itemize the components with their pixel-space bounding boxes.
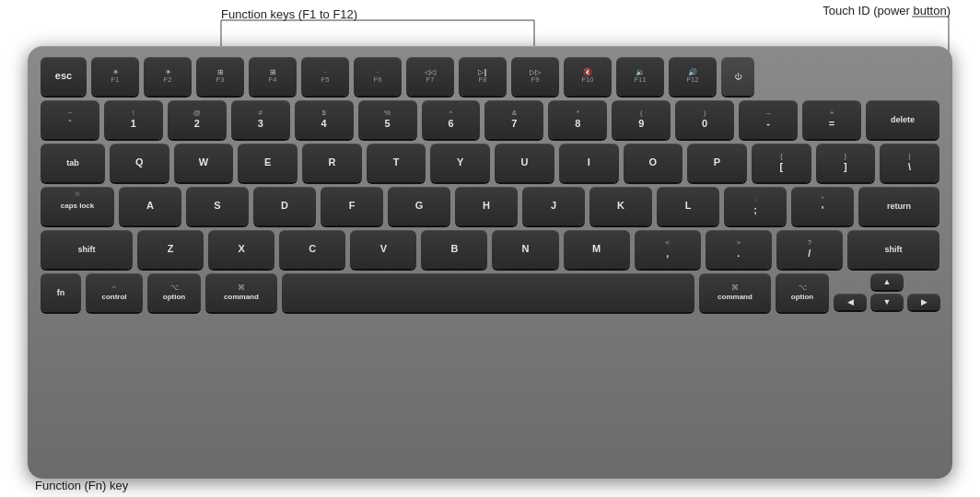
arrow-key-group: ▲ ◀ ▼ ▶ <box>834 273 939 312</box>
key-s[interactable]: S <box>186 187 249 225</box>
key-f3[interactable]: ⊞ F3 <box>196 57 244 96</box>
key-semicolon[interactable]: : ; <box>724 187 787 225</box>
touch-id-icon: ⏻ <box>734 73 741 81</box>
return-label: return <box>887 202 911 212</box>
key-bracket-close[interactable]: } ] <box>816 144 876 182</box>
key-backslash[interactable]: | \ <box>880 144 939 182</box>
key-r[interactable]: R <box>302 144 362 182</box>
key-e[interactable]: E <box>238 144 298 182</box>
key-v[interactable]: V <box>350 230 416 269</box>
shift-row: shift Z X C V B N M < , > . ? / shift <box>41 230 939 269</box>
key-f1[interactable]: ☀ F1 <box>91 57 139 96</box>
key-f7[interactable]: ◁◁ F7 <box>406 57 454 96</box>
number-row: ~ ` ! 1 @ 2 # 3 $ 4 % 5 <box>41 100 939 139</box>
key-g[interactable]: G <box>388 187 450 225</box>
key-f12[interactable]: 🔊 F12 <box>669 57 717 96</box>
key-shift-left[interactable]: shift <box>41 230 133 269</box>
key-bracket-open[interactable]: { [ <box>752 144 811 182</box>
key-f6[interactable]: · F6 <box>354 57 402 96</box>
key-control[interactable]: ^ control <box>86 273 143 312</box>
key-f10[interactable]: 🔇 F10 <box>564 57 612 96</box>
key-f8[interactable]: ▷‖ F8 <box>459 57 507 96</box>
key-3[interactable]: # 3 <box>231 100 290 139</box>
key-option-right[interactable]: ⌥ option <box>776 273 829 312</box>
key-quote[interactable]: " ' <box>791 187 854 225</box>
key-arrow-down[interactable]: ▼ <box>870 294 904 310</box>
arrow-right-icon: ▶ <box>921 297 928 306</box>
arrow-down-icon: ▼ <box>883 297 892 306</box>
arrow-left-icon: ◀ <box>847 297 854 306</box>
key-6[interactable]: ^ 6 <box>422 100 481 139</box>
key-f[interactable]: F <box>321 187 383 225</box>
key-command-right[interactable]: ⌘ command <box>699 273 771 312</box>
key-q[interactable]: Q <box>110 144 169 182</box>
key-arrow-up[interactable]: ▲ <box>870 273 904 290</box>
key-arrow-left[interactable]: ◀ <box>834 294 867 310</box>
key-b[interactable]: B <box>421 230 487 269</box>
key-u[interactable]: U <box>495 144 554 182</box>
key-caps-lock[interactable]: caps lock <box>41 187 114 225</box>
key-period[interactable]: > . <box>706 230 772 269</box>
key-f4[interactable]: ⊞ F4 <box>249 57 297 96</box>
tab-label: tab <box>66 158 79 168</box>
key-tab[interactable]: tab <box>41 144 105 182</box>
key-a[interactable]: A <box>119 187 181 225</box>
key-backtick[interactable]: ~ ` <box>41 100 99 139</box>
key-command-left[interactable]: ⌘ command <box>205 273 277 312</box>
key-o[interactable]: O <box>624 144 683 182</box>
key-2[interactable]: @ 2 <box>168 100 227 139</box>
key-minus[interactable]: – - <box>739 100 798 139</box>
key-t[interactable]: T <box>367 144 426 182</box>
key-p[interactable]: P <box>687 144 747 182</box>
key-f9[interactable]: ▷▷ F9 <box>511 57 559 96</box>
key-j[interactable]: J <box>522 187 585 225</box>
bottom-row: fn ^ control ⌥ option ⌘ command ⌘ comman… <box>41 273 939 312</box>
key-h[interactable]: H <box>455 187 518 225</box>
caps-row: caps lock A S D F G H J K L : ; " ' retu… <box>41 187 939 225</box>
key-comma[interactable]: < , <box>635 230 701 269</box>
key-return[interactable]: return <box>858 187 939 225</box>
shift-left-label: shift <box>78 245 96 255</box>
command-right-label: command <box>718 293 752 302</box>
key-7[interactable]: & 7 <box>484 100 543 139</box>
key-l[interactable]: L <box>657 187 719 225</box>
command-left-label: command <box>224 293 259 302</box>
key-n[interactable]: N <box>492 230 558 269</box>
key-m[interactable]: M <box>564 230 630 269</box>
key-equals[interactable]: + = <box>802 100 861 139</box>
caps-indicator <box>76 191 80 196</box>
key-8[interactable]: * 8 <box>548 100 607 139</box>
key-shift-right[interactable]: shift <box>847 230 939 269</box>
key-i[interactable]: I <box>559 144 619 182</box>
key-k[interactable]: K <box>589 187 652 225</box>
key-f11[interactable]: 🔉 F11 <box>616 57 664 96</box>
key-fn[interactable]: fn <box>41 273 81 312</box>
control-label: control <box>101 293 126 302</box>
key-f2[interactable]: ☀ F2 <box>144 57 192 96</box>
key-slash[interactable]: ? / <box>776 230 843 269</box>
fn-key-annotation: Function (Fn) key <box>35 479 128 492</box>
caps-lock-label: caps lock <box>61 202 94 211</box>
key-arrow-right[interactable]: ▶ <box>907 294 940 310</box>
key-y[interactable]: Y <box>430 144 490 182</box>
fn-label: fn <box>57 288 65 298</box>
shift-right-label: shift <box>884 245 902 255</box>
key-option-left[interactable]: ⌥ option <box>147 273 201 312</box>
key-delete[interactable]: delete <box>866 100 939 139</box>
key-space[interactable] <box>282 273 694 312</box>
key-9[interactable]: ( 9 <box>612 100 671 139</box>
key-w[interactable]: W <box>174 144 234 182</box>
key-5[interactable]: % 5 <box>358 100 417 139</box>
touch-id-annotation: Touch ID (power button) <box>822 4 951 17</box>
key-c[interactable]: C <box>279 230 345 269</box>
key-0[interactable]: ) 0 <box>675 100 734 139</box>
key-x[interactable]: X <box>208 230 274 269</box>
key-d[interactable]: D <box>253 187 316 225</box>
key-esc[interactable]: esc <box>41 57 87 96</box>
key-f5[interactable]: · F5 <box>301 57 349 96</box>
key-z[interactable]: Z <box>137 230 204 269</box>
key-touch-id[interactable]: ⏻ <box>721 57 754 96</box>
key-4[interactable]: $ 4 <box>295 100 354 139</box>
key-1[interactable]: ! 1 <box>104 100 163 139</box>
arrow-up-icon: ▲ <box>883 277 892 286</box>
